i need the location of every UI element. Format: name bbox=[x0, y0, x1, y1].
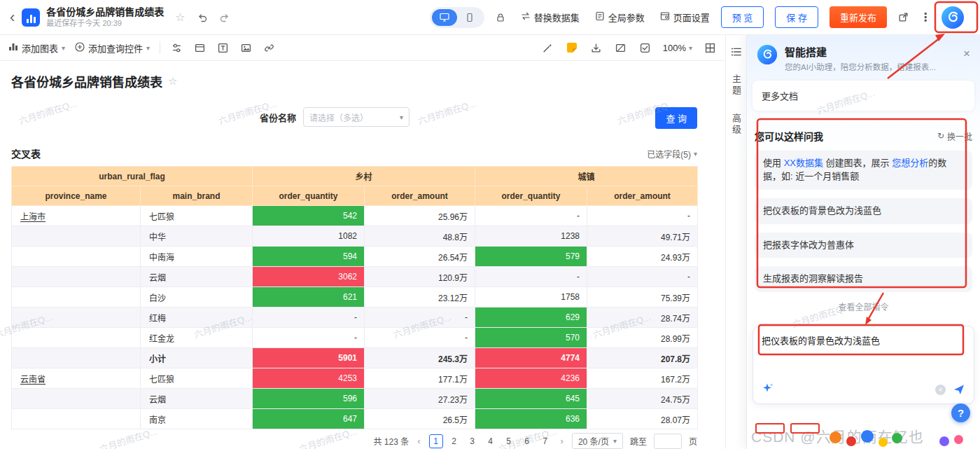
cell-amt-rural: 245.3万 bbox=[365, 348, 475, 368]
cell-amt-urban: 28.74万 bbox=[587, 308, 698, 328]
page-size-select[interactable]: 20 条/页 ▾ bbox=[572, 433, 623, 449]
page-settings-button[interactable]: 页面设置 bbox=[660, 11, 710, 24]
republish-button[interactable]: 重新发布 bbox=[830, 6, 887, 28]
page-number[interactable]: 1 bbox=[429, 434, 443, 448]
layer-list-icon[interactable] bbox=[731, 46, 742, 57]
page-number[interactable]: 5 bbox=[502, 434, 516, 448]
replace-dataset-button[interactable]: 替换数据集 bbox=[521, 11, 580, 24]
crosstab-title: 交叉表 bbox=[11, 146, 41, 160]
placeholder-image-icon[interactable] bbox=[614, 41, 627, 55]
favorite-star-icon[interactable]: ☆ bbox=[175, 11, 185, 24]
tab-advanced[interactable]: 高级 bbox=[729, 113, 743, 136]
cell-qty-rural: 3062 bbox=[253, 267, 365, 287]
view-all-commands-link[interactable]: 查看全部指令 bbox=[747, 301, 980, 312]
refresh-suggestions-button[interactable]: ↻ 换一批 bbox=[937, 130, 972, 142]
undo-icon[interactable] bbox=[197, 12, 208, 23]
cell-qty-rural: 4253 bbox=[253, 368, 365, 389]
add-query-control-button[interactable]: 添加查询控件 ▾ bbox=[75, 41, 150, 55]
table-row: 中南海59426.54万57924.93万 bbox=[12, 247, 698, 267]
add-chart-button[interactable]: 添加图表 ▾ bbox=[8, 41, 65, 55]
help-button[interactable]: ? bbox=[951, 403, 970, 422]
province-select[interactable]: 请选择（多选） ▾ bbox=[303, 107, 410, 127]
ai-assistant-button[interactable] bbox=[941, 6, 965, 29]
clear-input-icon[interactable]: × bbox=[935, 385, 946, 395]
more-docs-link[interactable]: 更多文档 bbox=[752, 81, 974, 111]
sticky-note-icon[interactable] bbox=[566, 41, 578, 54]
cell-qty-urban: 636 bbox=[475, 409, 587, 429]
side-rail: 主题 高级 bbox=[725, 35, 746, 449]
preview-button[interactable]: 预 览 bbox=[721, 6, 764, 28]
redo-icon[interactable] bbox=[219, 12, 230, 23]
selected-fields-button[interactable]: 已选字段(5) ▾ bbox=[647, 148, 697, 160]
cell-qty-rural: 1082 bbox=[253, 226, 365, 247]
query-button[interactable]: 查 询 bbox=[655, 107, 697, 129]
sticker-icon bbox=[939, 436, 949, 446]
grid-layout-icon[interactable] bbox=[704, 41, 717, 55]
column-header: province_name bbox=[12, 186, 141, 206]
cell-amt-urban: 24.93万 bbox=[587, 247, 698, 267]
lock-icon[interactable] bbox=[496, 13, 505, 22]
global-params-label: 全局参数 bbox=[608, 11, 645, 24]
page-number[interactable]: 2 bbox=[447, 434, 461, 448]
page-number[interactable]: 3 bbox=[465, 434, 479, 448]
mobile-mode-toggle[interactable] bbox=[457, 9, 482, 26]
cell-qty-urban: 579 bbox=[475, 247, 587, 267]
page-settings-label: 页面设置 bbox=[673, 11, 710, 24]
text-widget-icon[interactable] bbox=[216, 41, 230, 55]
cell-brand: 白沙 bbox=[141, 287, 253, 308]
ai-prompt-input[interactable]: 把仪表板的背景色改为浅蓝色 bbox=[762, 333, 965, 364]
prev-page-button[interactable]: ‹ bbox=[416, 436, 421, 446]
next-page-button[interactable]: › bbox=[559, 436, 565, 446]
cell-qty-rural: 596 bbox=[253, 389, 365, 409]
bar-chart-icon bbox=[8, 42, 18, 54]
suggestion-chip[interactable]: 把仪表板的背景色改为浅蓝色 bbox=[755, 198, 972, 224]
save-button[interactable]: 保 存 bbox=[775, 6, 818, 28]
link-widget-icon[interactable] bbox=[262, 41, 276, 55]
tab-theme[interactable]: 主题 bbox=[729, 74, 743, 97]
cell-qty-urban: 1238 bbox=[475, 226, 587, 247]
params-doc-icon bbox=[595, 11, 605, 23]
group-header-rural: 乡村 bbox=[253, 167, 475, 186]
suggestion-chip[interactable]: 使用 XX数据集 创建图表，展示 您想分析的数据，如: 近一个月销售额 bbox=[755, 151, 972, 190]
image-widget-icon[interactable] bbox=[239, 41, 253, 55]
tab-container-icon[interactable] bbox=[193, 41, 206, 55]
ai-logo-icon bbox=[757, 44, 778, 68]
toolbar-divider bbox=[160, 41, 160, 54]
chevron-down-icon: ▾ bbox=[146, 44, 150, 52]
back-button[interactable]: ‹ bbox=[10, 10, 15, 25]
suggestion-chip[interactable]: 生成报表的洞察解读报告 bbox=[755, 266, 972, 292]
close-icon[interactable]: × bbox=[963, 48, 970, 60]
desktop-mode-toggle[interactable] bbox=[432, 9, 457, 26]
zoom-control[interactable]: 100% ▾ bbox=[663, 43, 692, 53]
page-list: 1234567 bbox=[429, 434, 552, 448]
title-star-icon[interactable]: ☆ bbox=[168, 75, 177, 88]
device-mode-toggle bbox=[430, 7, 484, 28]
send-icon[interactable] bbox=[953, 383, 965, 396]
magic-wand-icon[interactable] bbox=[541, 41, 554, 55]
cell-amt-urban: 24.75万 bbox=[587, 389, 698, 409]
cell-amt-rural: - bbox=[365, 328, 475, 348]
share-icon[interactable] bbox=[898, 12, 909, 22]
more-menu-icon[interactable]: ⋮ bbox=[920, 11, 931, 24]
replace-dataset-label: 替换数据集 bbox=[534, 11, 580, 24]
page-number[interactable]: 4 bbox=[484, 434, 498, 448]
cell-amt-rural: 27.23万 bbox=[365, 389, 475, 409]
page-number[interactable]: 7 bbox=[538, 434, 552, 448]
cell-amt-rural: 48.8万 bbox=[365, 226, 475, 247]
sticker-icon bbox=[954, 435, 963, 444]
export-tray-icon[interactable] bbox=[589, 41, 603, 55]
jump-page-input[interactable] bbox=[654, 434, 682, 449]
cell-qty-urban: 4774 bbox=[475, 348, 587, 368]
last-saved-text: 最近保存于今天 20:39 bbox=[46, 18, 164, 28]
suggestion-chip[interactable]: 把报表字体改为普惠体 bbox=[755, 233, 972, 258]
page-settings-icon bbox=[660, 11, 670, 23]
cell-province bbox=[12, 308, 141, 328]
cell-qty-urban: 645 bbox=[475, 389, 587, 409]
check-square-icon[interactable] bbox=[638, 41, 652, 55]
page-number[interactable]: 6 bbox=[520, 434, 534, 448]
control-slider-icon[interactable] bbox=[170, 41, 183, 55]
chevron-down-icon: ▾ bbox=[400, 113, 403, 121]
cell-amt-urban: - bbox=[587, 267, 698, 287]
zoom-value: 100% bbox=[663, 43, 686, 53]
global-params-button[interactable]: 全局参数 bbox=[595, 11, 645, 24]
